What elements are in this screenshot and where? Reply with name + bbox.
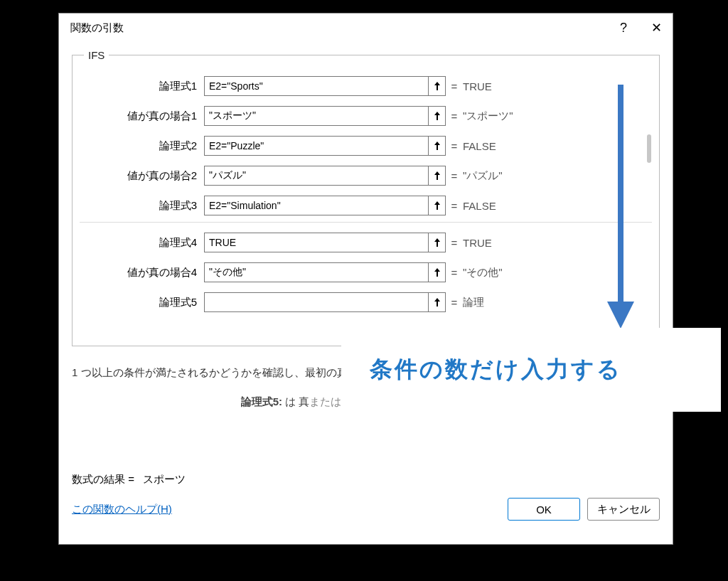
eq-sign: =: [446, 110, 463, 122]
arg-input-wrap: [204, 136, 446, 156]
eq-sign: =: [446, 80, 463, 92]
arg-result: 論理: [463, 296, 484, 309]
arg-input-logical4[interactable]: [205, 233, 428, 252]
arg-input-wrap: [204, 106, 446, 126]
arg-label: 値が真の場合4: [80, 266, 204, 279]
scrollbar-thumb[interactable]: [647, 134, 651, 163]
active-arg-name: 論理式5:: [241, 395, 282, 407]
arg-input-value2[interactable]: [205, 166, 428, 185]
arg-label: 値が真の場合1: [80, 110, 204, 123]
eq-sign: =: [446, 267, 463, 279]
arg-row-5: 論理式4 = TRUE: [80, 228, 652, 257]
collapse-dialog-icon[interactable]: [428, 263, 445, 282]
function-arguments-dialog: 関数の引数 ? ✕ IFS 論理式1 = TRUE: [58, 13, 673, 545]
svg-marker-1: [607, 302, 634, 329]
arg-result: "その他": [463, 266, 503, 279]
arg-input-wrap: [204, 166, 446, 186]
arg-input-wrap: [204, 233, 446, 252]
eq-sign: =: [446, 297, 463, 309]
annotation-callout: 条件の数だけ入力する: [341, 328, 721, 412]
arg-row-1: 値が真の場合1 = "スポーツ": [80, 101, 652, 131]
eq-sign: =: [446, 200, 463, 212]
function-help-link[interactable]: この関数のヘルプ(H): [72, 503, 172, 516]
help-icon: ?: [620, 21, 627, 36]
arg-input-wrap: [204, 262, 446, 282]
arg-row-6: 値が真の場合4 = "その他": [80, 257, 652, 287]
eq-sign: =: [446, 170, 463, 182]
arg-result: FALSE: [463, 200, 496, 212]
collapse-dialog-icon[interactable]: [428, 233, 445, 252]
arg-input-logical5[interactable]: [205, 293, 428, 311]
arg-label: 論理式4: [80, 236, 204, 250]
arg-result: TRUE: [463, 80, 492, 92]
result-label: 数式の結果 =: [72, 473, 134, 485]
close-button[interactable]: ✕: [640, 14, 673, 42]
collapse-dialog-icon[interactable]: [428, 196, 445, 215]
arg-input-wrap: [204, 196, 446, 215]
close-icon: ✕: [651, 20, 662, 36]
result-value: スポーツ: [143, 473, 186, 485]
arg-input-logical1[interactable]: [205, 77, 428, 95]
active-arg-text: は 真: [285, 395, 309, 407]
arg-row-0: 論理式1 = TRUE: [80, 71, 652, 101]
arg-result: TRUE: [463, 237, 492, 249]
annotation-text: 条件の数だけ入力する: [370, 354, 622, 385]
fieldset-legend: IFS: [84, 49, 109, 61]
cancel-button[interactable]: キャンセル: [587, 498, 660, 521]
collapse-dialog-icon[interactable]: [428, 107, 445, 125]
arg-label: 論理式3: [80, 199, 204, 213]
arg-result: "パズル": [463, 169, 503, 183]
arg-row-4: 論理式3 = FALSE: [80, 191, 652, 220]
eq-sign: =: [446, 140, 463, 152]
annotation-arrow: [603, 85, 638, 330]
arg-label: 値が真の場合2: [80, 169, 204, 183]
arg-input-wrap: [204, 76, 446, 96]
ifs-fieldset: IFS 論理式1 = TRUE 値が真の場合1: [72, 49, 660, 346]
eq-sign: =: [446, 237, 463, 249]
arg-input-logical3[interactable]: [205, 196, 428, 215]
collapse-dialog-icon[interactable]: [428, 166, 445, 185]
dialog-content: IFS 論理式1 = TRUE 値が真の場合1: [59, 42, 673, 544]
arg-label: 論理式5: [80, 296, 204, 309]
arg-result: "スポーツ": [463, 110, 513, 123]
collapse-dialog-icon[interactable]: [428, 137, 445, 155]
dialog-title: 関数の引数: [70, 21, 124, 35]
arg-row-3: 値が真の場合2 = "パズル": [80, 161, 652, 191]
arg-label: 論理式1: [80, 80, 204, 93]
arg-label: 論理式2: [80, 139, 204, 153]
arg-result: FALSE: [463, 140, 496, 152]
arg-input-value1[interactable]: [205, 107, 428, 125]
titlebar: 関数の引数 ? ✕: [59, 14, 673, 42]
formula-result-line: 数式の結果 = スポーツ: [72, 473, 660, 486]
arg-input-wrap: [204, 292, 446, 312]
arg-input-logical2[interactable]: [205, 137, 428, 155]
help-button[interactable]: ?: [607, 14, 640, 42]
dialog-bottom-row: この関数のヘルプ(H) OK キャンセル: [72, 498, 660, 521]
arg-row-2: 論理式2 = FALSE: [80, 131, 652, 161]
arg-row-7: 論理式5 = 論理: [80, 287, 652, 317]
ok-button[interactable]: OK: [508, 498, 580, 521]
collapse-dialog-icon[interactable]: [428, 293, 445, 311]
collapse-dialog-icon[interactable]: [428, 77, 445, 95]
arg-input-value4[interactable]: [205, 263, 428, 282]
